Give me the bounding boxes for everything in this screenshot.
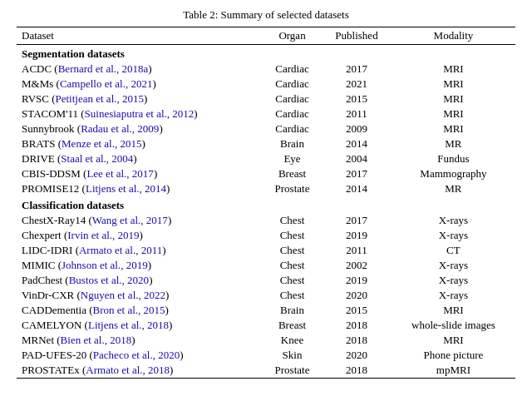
organ-cell: Cardiac [263,62,322,77]
published-cell: 2011 [322,243,392,258]
table-row: PadChest (Bustos et al., 2020)Chest2019X… [17,273,515,288]
modality-cell: X-rays [392,258,515,273]
dataset-name-cell: VinDr-CXR (Nguyen et al., 2022) [17,288,263,303]
organ-cell: Knee [263,333,322,348]
citation-link[interactable]: Petitjean et al., 2015 [56,92,145,105]
organ-cell: Cardiac [263,92,322,106]
col-header-organ: Organ [263,27,322,45]
table-row: PROSTATEx (Armato et al., 2018)Prostate2… [17,363,515,379]
modality-cell: MRI [392,121,515,136]
published-cell: 2017 [322,213,392,228]
table-row: RVSC (Petitjean et al., 2015)Cardiac2015… [17,92,515,106]
dataset-name-cell: LIDC-IDRI (Armato et al., 2011) [17,243,263,258]
citation-link[interactable]: Lee et al., 2017 [86,167,154,180]
table-row: PAD-UFES-20 (Pacheco et al., 2020)Skin20… [17,348,515,363]
organ-cell: Brain [263,136,322,151]
citation-link[interactable]: Litjens et al., 2014 [86,182,166,195]
published-cell: 2017 [322,62,392,77]
organ-cell: Chest [263,273,322,288]
citation-link[interactable]: Irvin et al., 2019 [67,229,139,241]
dataset-name-cell: CBIS-DDSM (Lee et al., 2017) [17,166,263,181]
published-cell: 2002 [322,258,392,273]
modality-cell: Phone picture [392,348,515,363]
published-cell: 2018 [322,363,392,379]
table-row: ChestX-Ray14 (Wang et al., 2017)Chest201… [17,213,515,228]
table-row: CAMELYON (Litjens et al., 2018)Breast201… [17,318,515,333]
citation-link[interactable]: Nguyen et al., 2022 [81,289,165,301]
dataset-name-cell: STACOM'11 (Suinesiaputra et al., 2012) [17,106,263,121]
citation-link[interactable]: Bien et al., 2018 [61,334,132,346]
organ-cell: Cardiac [263,77,322,92]
section-header-label: Classification datasets [17,196,515,213]
section-header-row: Segmentation datasets [17,45,515,62]
citation-link[interactable]: Johnson et al., 2019 [62,259,148,271]
modality-cell: mpMRI [392,363,515,379]
modality-cell: X-rays [392,213,515,228]
citation-link[interactable]: Bron et al., 2015 [93,304,165,316]
organ-cell: Chest [263,228,322,243]
published-cell: 2004 [322,151,392,166]
citation-link[interactable]: Campello et al., 2021 [60,77,153,90]
dataset-name-cell: PROMISE12 (Litjens et al., 2014) [17,181,263,196]
published-cell: 2014 [322,181,392,196]
table-row: CADDementia (Bron et al., 2015)Brain2015… [17,303,515,318]
modality-cell: MR [392,136,515,151]
organ-cell: Cardiac [263,121,322,136]
citation-link[interactable]: Wang et al., 2017 [92,214,168,226]
organ-cell: Prostate [263,363,322,379]
citation-link[interactable]: Radau et al., 2009 [81,122,159,135]
dataset-name-cell: MIMIC (Johnson et al., 2019) [17,258,263,273]
modality-cell: MR [392,181,515,196]
citation-link[interactable]: Pacheco et al., 2020 [93,349,180,361]
organ-cell: Breast [263,318,322,333]
table-row: PROMISE12 (Litjens et al., 2014)Prostate… [17,181,515,196]
modality-cell: Mammography [392,166,515,181]
citation-link[interactable]: Armato et al., 2018 [86,364,170,376]
modality-cell: MRI [392,303,515,318]
modality-cell: MRI [392,92,515,106]
dataset-name-cell: ACDC (Bernard et al., 2018a) [17,62,263,77]
dataset-name-cell: M&Ms (Campello et al., 2021) [17,77,263,92]
modality-cell: X-rays [392,273,515,288]
section-header-row: Classification datasets [17,196,515,213]
table-row: CBIS-DDSM (Lee et al., 2017)Breast2017Ma… [17,166,515,181]
citation-link[interactable]: Bustos et al., 2020 [69,274,149,286]
dataset-name-cell: Sunnybrook (Radau et al., 2009) [17,121,263,136]
citation-link[interactable]: Menze et al., 2015 [62,137,141,150]
table-row: BRATS (Menze et al., 2015)Brain2014MR [17,136,515,151]
published-cell: 2015 [322,303,392,318]
published-cell: 2011 [322,106,392,121]
dataset-name-cell: ChestX-Ray14 (Wang et al., 2017) [17,213,263,228]
organ-cell: Chest [263,243,322,258]
table-row: VinDr-CXR (Nguyen et al., 2022)Chest2020… [17,288,515,303]
organ-cell: Chest [263,213,322,228]
organ-cell: Chest [263,258,322,273]
modality-cell: X-rays [392,228,515,243]
dataset-name-cell: DRIVE (Staal et al., 2004) [17,151,263,166]
modality-cell: Fundus [392,151,515,166]
published-cell: 2020 [322,288,392,303]
modality-cell: whole-slide images [392,318,515,333]
modality-cell: MRI [392,62,515,77]
table-title: Table 2: Summary of selected datasets [17,8,515,22]
table-row: DRIVE (Staal et al., 2004)Eye2004Fundus [17,151,515,166]
table-row: Chexpert (Irvin et al., 2019)Chest2019X-… [17,228,515,243]
modality-cell: X-rays [392,288,515,303]
citation-link[interactable]: Armato et al., 2011 [79,244,162,256]
col-header-dataset: Dataset [17,27,263,45]
citation-link[interactable]: Suinesiaputra et al., 2012 [85,107,195,120]
modality-cell: MRI [392,77,515,92]
table-row: M&Ms (Campello et al., 2021)Cardiac2021M… [17,77,515,92]
published-cell: 2017 [322,166,392,181]
published-cell: 2021 [322,77,392,92]
published-cell: 2009 [322,121,392,136]
citation-link[interactable]: Litjens et al., 2018 [88,319,169,331]
table-row: MRNet (Bien et al., 2018)Knee2018MRI [17,333,515,348]
organ-cell: Prostate [263,181,322,196]
col-header-published: Published [322,27,392,45]
citation-link[interactable]: Bernard et al., 2018a [58,62,149,75]
dataset-name-cell: Chexpert (Irvin et al., 2019) [17,228,263,243]
dataset-name-cell: RVSC (Petitjean et al., 2015) [17,92,263,106]
published-cell: 2018 [322,318,392,333]
citation-link[interactable]: Staal et al., 2004 [61,152,133,165]
